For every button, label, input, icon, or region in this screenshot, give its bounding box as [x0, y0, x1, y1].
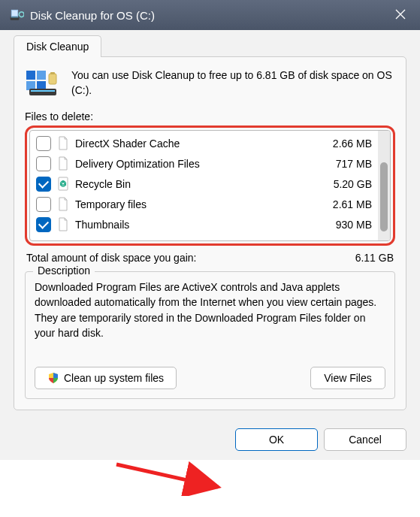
file-icon [57, 136, 69, 151]
cancel-button[interactable]: Cancel [324, 428, 406, 451]
dialog-footer: OK Cancel [0, 419, 420, 460]
window-title: Disk Cleanup for OS (C:) [30, 9, 390, 22]
tab-strip: Disk Cleanup [14, 35, 406, 56]
shield-icon [47, 372, 59, 384]
list-item-size: 5.20 GB [334, 178, 372, 190]
list-item-size: 2.66 MB [333, 138, 372, 150]
list-item-size: 930 MB [336, 219, 372, 231]
view-files-label: View Files [324, 372, 372, 384]
svg-rect-1 [11, 17, 19, 18]
svg-rect-9 [49, 74, 56, 84]
svg-rect-8 [31, 90, 55, 92]
scrollbar[interactable] [378, 131, 390, 240]
file-icon [57, 217, 69, 232]
tab-panel: You can use Disk Cleanup to free up to 6… [14, 56, 406, 410]
svg-line-13 [116, 464, 218, 487]
list-item-size: 717 MB [336, 158, 372, 170]
list-item[interactable]: Recycle Bin5.20 GB [32, 174, 376, 194]
files-to-delete-label: Files to delete: [25, 110, 395, 122]
files-list-highlight: DirectX Shader Cache2.66 MBDelivery Opti… [25, 125, 395, 246]
files-list[interactable]: DirectX Shader Cache2.66 MBDelivery Opti… [29, 130, 391, 241]
disk-cleanup-large-icon [25, 68, 61, 100]
clean-system-files-button[interactable]: Clean up system files [35, 367, 177, 389]
list-item-label: Recycle Bin [75, 178, 328, 190]
svg-rect-7 [29, 89, 56, 95]
tab-disk-cleanup[interactable]: Disk Cleanup [14, 35, 101, 57]
view-files-button[interactable]: View Files [310, 367, 385, 389]
close-icon[interactable] [390, 7, 411, 23]
recycle-bin-icon [57, 177, 69, 192]
intro-text: You can use Disk Cleanup to free up to 6… [71, 68, 395, 98]
file-icon [57, 156, 69, 171]
list-item[interactable]: Thumbnails930 MB [32, 214, 376, 234]
list-item-label: DirectX Shader Cache [75, 138, 327, 150]
list-item[interactable]: Delivery Optimization Files717 MB [32, 153, 376, 174]
list-item-label: Temporary files [75, 198, 327, 210]
svg-rect-2 [11, 10, 17, 16]
cancel-label: Cancel [349, 434, 382, 446]
list-item[interactable]: DirectX Shader Cache2.66 MB [32, 133, 376, 153]
description-group: Description Downloaded Program Files are… [25, 271, 395, 399]
titlebar: Disk Cleanup for OS (C:) [0, 0, 420, 30]
svg-rect-0 [11, 17, 20, 20]
ok-button[interactable]: OK [235, 428, 318, 451]
list-item[interactable]: Temporary files2.61 MB [32, 194, 376, 214]
list-item-label: Thumbnails [75, 219, 330, 231]
checkbox[interactable] [36, 136, 51, 151]
checkbox[interactable] [36, 197, 51, 212]
scrollbar-thumb[interactable] [380, 162, 388, 231]
svg-rect-3 [26, 71, 35, 80]
clean-system-files-label: Clean up system files [64, 372, 164, 384]
svg-rect-4 [37, 71, 46, 80]
total-size: 6.11 GB [355, 252, 394, 264]
annotation-arrow [113, 458, 233, 496]
disk-cleanup-icon [9, 8, 24, 23]
total-label: Total amount of disk space you gain: [26, 252, 196, 264]
ok-label: OK [269, 434, 284, 446]
checkbox[interactable] [36, 217, 51, 232]
checkbox[interactable] [36, 177, 51, 192]
checkbox[interactable] [36, 156, 51, 171]
file-icon [57, 197, 69, 212]
svg-rect-10 [50, 72, 55, 74]
svg-rect-11 [59, 177, 68, 190]
list-item-size: 2.61 MB [333, 198, 372, 210]
description-text: Downloaded Program Files are ActiveX con… [35, 280, 385, 362]
list-item-label: Delivery Optimization Files [75, 158, 330, 170]
description-legend: Description [33, 265, 95, 277]
